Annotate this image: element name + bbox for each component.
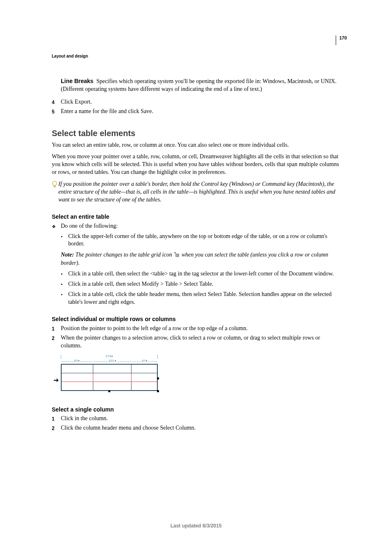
bullet-text: Click in a table cell, click the table h…: [68, 291, 340, 306]
footer-last-updated: Last updated 6/3/2015: [0, 523, 392, 529]
table-row-selected: [61, 373, 157, 382]
ruler-col1: 83▾: [61, 360, 93, 364]
list-item: • Click in a table cell, then select the…: [61, 270, 340, 278]
step-text: Click in the column.: [61, 415, 340, 423]
entire-table-bullets: • Click the upper-left corner of the tab…: [61, 233, 340, 248]
resize-handle-icon: [157, 390, 159, 392]
step-number: 1: [52, 325, 61, 333]
resize-handle-icon: [157, 377, 159, 379]
export-steps: 4 Click Export. 5 Enter a name for the f…: [52, 98, 340, 116]
page-number: 170: [336, 35, 347, 45]
section1-p2: When you move your pointer over a table,…: [52, 153, 340, 176]
table-selection-figure: 273▾ 83▾ 101▾ 67▾ ➔: [61, 355, 158, 391]
step-2: 2 When the pointer changes to a selectio…: [52, 334, 340, 350]
step-text: When the pointer changes to a selection …: [61, 334, 340, 350]
step-text: Position the pointer to point to the lef…: [61, 325, 340, 333]
table-row: [61, 364, 157, 373]
do-one-text: Do one of the following:: [61, 222, 118, 230]
step-number: 4: [52, 98, 61, 106]
rows-cols-steps: 1 Position the pointer to point to the l…: [52, 325, 340, 350]
entire-table-bullets-2: • Click in a table cell, then select the…: [61, 270, 340, 306]
step-text: Click the column header menu and choose …: [61, 424, 340, 432]
running-head: Layout and design: [52, 54, 88, 58]
ruler-col3: 67▾: [132, 360, 158, 364]
bullet-icon: •: [61, 233, 68, 248]
bullet-text: Click in a table cell, then select Modif…: [68, 280, 213, 288]
step-number: 1: [52, 415, 61, 423]
list-item: • Click the upper-left corner of the tab…: [61, 233, 340, 248]
section1-p1: You can select an entire table, row, or …: [52, 141, 340, 149]
ruler-total-value: 273: [106, 354, 111, 358]
example-table: [61, 364, 158, 391]
step-number: 2: [52, 424, 61, 432]
single-col-steps: 1 Click in the column. 2 Click the colum…: [52, 415, 340, 432]
line-breaks-block: Line Breaks Specifies which operating sy…: [61, 77, 340, 93]
ruler-col3-value: 67: [142, 359, 146, 363]
line-breaks-label: Line Breaks: [61, 78, 93, 84]
bullet-icon: •: [61, 280, 68, 288]
step-number: 5: [52, 108, 61, 116]
step-text: Click Export.: [61, 98, 340, 106]
line-breaks-text: Specifies which operating system you'll …: [61, 78, 337, 92]
heading-select-single-column: Select a single column: [52, 406, 340, 414]
heading-select-entire-table: Select an entire table: [52, 213, 340, 221]
content: Line Breaks Specifies which operating sy…: [52, 0, 340, 432]
svg-point-0: [53, 181, 57, 185]
tip-text: If you position the pointer over a table…: [58, 180, 340, 204]
page: 170 Layout and design Line Breaks Specif…: [0, 0, 392, 555]
ruler-col1-value: 83: [74, 359, 78, 363]
list-item: • Click in a table cell, then select Mod…: [61, 280, 340, 288]
note-row: Note: The pointer changes to the table g…: [61, 251, 340, 267]
heading-select-rows-columns: Select individual or multiple rows or co…: [52, 315, 340, 323]
ruler-col2-value: 101: [108, 359, 114, 363]
step-1: 1 Click in the column.: [52, 415, 340, 423]
table-grid-icon: [174, 252, 179, 259]
step-4: 4 Click Export.: [52, 98, 340, 106]
ruler-columns: 83▾ 101▾ 67▾: [61, 360, 158, 364]
note-text-a: The pointer changes to the table grid ic…: [75, 252, 172, 258]
bullet-icon: •: [61, 270, 68, 278]
step-5: 5 Enter a name for the file and click Sa…: [52, 108, 340, 116]
heading-select-table-elements: Select table elements: [52, 128, 340, 139]
note-label: Note:: [61, 252, 74, 258]
diamond-bullet-icon: ❖: [52, 222, 61, 230]
column-width-ruler: 273▾ 83▾ 101▾ 67▾: [61, 355, 158, 364]
ruler-col2: 101▾: [93, 360, 132, 364]
table-wrapper: ➔: [61, 364, 158, 391]
ruler-total-label: 273▾: [105, 354, 114, 359]
line-breaks-para: Line Breaks Specifies which operating sy…: [61, 77, 340, 93]
step-number: 2: [52, 334, 61, 350]
resize-handle-icon: [108, 390, 111, 392]
step-1: 1 Position the pointer to point to the l…: [52, 325, 340, 333]
bullet-icon: •: [61, 291, 68, 306]
do-one-row: ❖ Do one of the following:: [52, 222, 340, 230]
tip-block: If you position the pointer over a table…: [52, 180, 340, 204]
lightbulb-icon: [52, 180, 58, 204]
dropdown-icon: ▾: [115, 359, 116, 362]
step-text: Enter a name for the file and click Save…: [61, 108, 340, 116]
dropdown-icon: ▾: [78, 359, 80, 362]
row-select-arrow-icon: ➔: [53, 376, 59, 385]
dropdown-icon: ▾: [111, 355, 113, 358]
list-item: • Click in a table cell, click the table…: [61, 291, 340, 306]
step-2: 2 Click the column header menu and choos…: [52, 424, 340, 432]
table-row: [61, 382, 157, 391]
ruler-total: 273▾: [61, 355, 158, 359]
bullet-text: Click in a table cell, then select the <…: [68, 270, 334, 278]
page-number-text: 170: [339, 35, 347, 40]
bullet-text: Click the upper-left corner of the table…: [68, 233, 340, 248]
dropdown-icon: ▾: [146, 359, 148, 362]
